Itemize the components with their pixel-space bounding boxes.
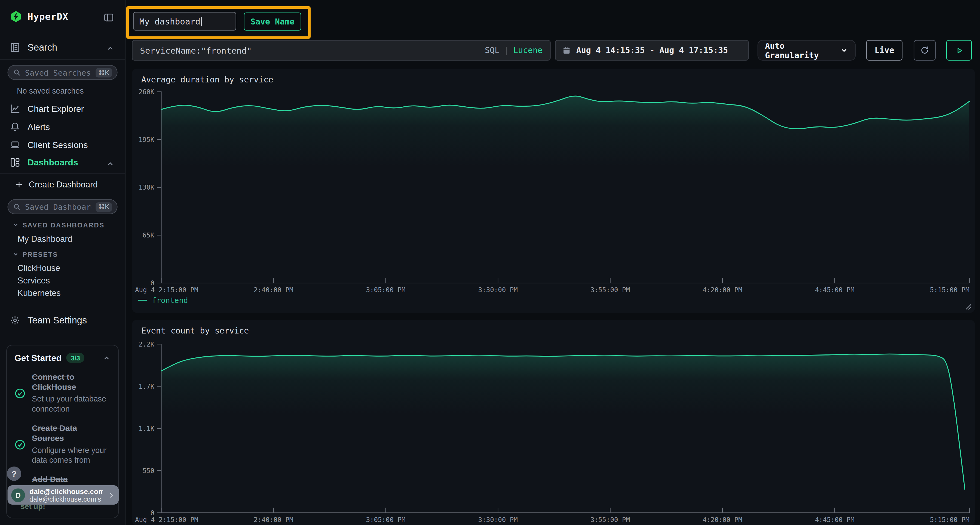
hyperdx-logo-icon [10, 10, 22, 23]
svg-text:3:55:00 PM: 3:55:00 PM [590, 286, 630, 294]
section-saved-dashboards[interactable]: SAVED DASHBOARDS [13, 221, 105, 229]
svg-text:550: 550 [143, 467, 154, 475]
sidebar-item-my-dashboard[interactable]: My Dashboard [18, 234, 72, 243]
language-separator: | [504, 46, 509, 55]
sidebar-item-services[interactable]: Services [18, 276, 50, 285]
chevron-up-icon[interactable] [106, 160, 115, 168]
saved-searches-input[interactable]: Saved Searches ⌘K [8, 65, 118, 80]
calendar-icon [562, 46, 571, 54]
search-icon [13, 69, 21, 76]
sidebar-item-team-settings[interactable]: Team Settings [10, 315, 87, 325]
chevron-down-icon [840, 46, 848, 54]
text-cursor [201, 17, 202, 26]
chevron-right-icon [108, 491, 115, 499]
app-logo[interactable]: HyperDX [10, 10, 68, 23]
save-name-button[interactable]: Save Name [243, 13, 301, 31]
sidebar-item-alerts[interactable]: Alerts [10, 122, 50, 132]
svg-text:3:30:00 PM: 3:30:00 PM [478, 286, 518, 294]
sidebar-collapse-icon[interactable] [104, 13, 114, 22]
svg-text:1.1K: 1.1K [138, 425, 154, 433]
refresh-icon [920, 46, 929, 55]
dashboards-grid-icon [10, 157, 20, 168]
svg-text:3:30:00 PM: 3:30:00 PM [478, 516, 518, 523]
chart-title: Average duration by service [141, 75, 273, 84]
create-dashboard-button[interactable]: Create Dashboard [15, 180, 98, 189]
sidebar: HyperDX Search Saved Searches [0, 0, 126, 525]
svg-text:5:15:00 PM: 5:15:00 PM [930, 516, 969, 523]
event-count-chart[interactable]: 05501.1K1.7K2.2KAug 4 2:15:00 PM2:40:00 … [132, 320, 975, 525]
svg-text:0: 0 [151, 509, 154, 517]
chart-panel-avg-duration: Average duration by service 065K130K195K… [132, 69, 975, 313]
get-started-step[interactable]: Create Data Sources Configure where your… [14, 423, 111, 465]
section-presets[interactable]: PRESETS [13, 251, 58, 258]
check-circle-icon [14, 388, 25, 399]
sidebar-item-kubernetes[interactable]: Kubernetes [18, 289, 61, 298]
sidebar-item-dashboards[interactable]: Dashboards [10, 157, 78, 168]
search-icon [13, 203, 21, 211]
svg-text:5:15:00 PM: 5:15:00 PM [930, 286, 969, 294]
main-content: My dashboard Save Name ServiceName:"fron… [126, 0, 980, 525]
svg-text:2.2K: 2.2K [138, 341, 154, 348]
divider [0, 59, 125, 60]
gear-icon [10, 315, 20, 325]
date-range-picker[interactable]: Aug 4 14:15:35 - Aug 4 17:15:35 [555, 40, 749, 61]
sidebar-item-client-sessions[interactable]: Client Sessions [10, 140, 88, 150]
refresh-button[interactable] [914, 40, 935, 61]
svg-text:2:40:00 PM: 2:40:00 PM [254, 516, 293, 523]
live-button[interactable]: Live [866, 40, 902, 61]
avg-duration-chart[interactable]: 065K130K195K260KAug 4 2:15:00 PM2:40:00 … [132, 69, 975, 313]
get-started-step[interactable]: Connect to ClickHouse Set up your databa… [14, 372, 111, 414]
legend-item-frontend[interactable]: frontend [138, 296, 188, 305]
chevron-down-icon [13, 251, 19, 257]
user-menu[interactable]: D dale@clickhouse.com dale@clickhouse.co… [8, 485, 119, 504]
user-subtitle: dale@clickhouse.com's [29, 495, 103, 503]
svg-text:1.7K: 1.7K [138, 383, 154, 390]
svg-text:65K: 65K [143, 232, 154, 239]
app-title: HyperDX [27, 11, 68, 22]
get-started-title: Get Started [14, 353, 62, 363]
shortcut-badge: ⌘K [95, 68, 111, 77]
user-email: dale@clickhouse.com [29, 487, 103, 495]
check-circle-icon [14, 439, 25, 450]
dashboard-name-input[interactable]: My dashboard [133, 12, 236, 31]
line-chart-icon [10, 104, 20, 114]
svg-text:3:55:00 PM: 3:55:00 PM [590, 516, 630, 523]
svg-text:0: 0 [151, 279, 154, 287]
legend-line-swatch [138, 300, 147, 301]
help-button[interactable]: ? [7, 466, 21, 481]
resize-handle-icon[interactable] [966, 304, 971, 310]
chevron-up-icon[interactable] [103, 354, 111, 362]
play-icon [955, 46, 963, 55]
no-saved-searches-note: No saved searches [17, 87, 84, 95]
search-query-input[interactable]: ServiceName:"frontend" SQL | Lucene [132, 40, 550, 61]
run-query-button[interactable] [946, 40, 972, 61]
granularity-select[interactable]: Auto Granularity [757, 40, 856, 61]
svg-text:Aug 4 2:15:00 PM: Aug 4 2:15:00 PM [135, 516, 198, 523]
chevron-down-icon [13, 222, 19, 228]
saved-dashboards-input[interactable]: Saved Dashboards ⌘K [8, 199, 118, 214]
sql-toggle[interactable]: SQL [485, 46, 500, 55]
lucene-toggle[interactable]: Lucene [513, 46, 542, 55]
chart-title: Event count by service [141, 326, 249, 335]
laptop-icon [10, 140, 20, 150]
bell-icon [10, 122, 20, 132]
sidebar-item-search[interactable]: Search [10, 42, 57, 52]
sidebar-item-clickhouse[interactable]: ClickHouse [18, 263, 60, 273]
svg-text:195K: 195K [138, 136, 154, 144]
divider [0, 173, 125, 174]
sidebar-item-chart-explorer[interactable]: Chart Explorer [10, 104, 84, 114]
progress-badge: 3/3 [67, 353, 84, 363]
svg-text:4:20:00 PM: 4:20:00 PM [703, 516, 742, 523]
svg-text:2:40:00 PM: 2:40:00 PM [254, 286, 293, 294]
plus-icon [15, 181, 23, 189]
svg-text:4:45:00 PM: 4:45:00 PM [815, 286, 854, 294]
svg-text:Aug 4 2:15:00 PM: Aug 4 2:15:00 PM [135, 286, 198, 294]
chevron-up-icon[interactable] [106, 44, 115, 52]
svg-text:4:45:00 PM: 4:45:00 PM [815, 516, 854, 523]
avatar: D [11, 488, 25, 502]
svg-text:3:05:00 PM: 3:05:00 PM [366, 516, 405, 523]
svg-text:130K: 130K [138, 184, 154, 192]
chart-panel-event-count: Event count by service 05501.1K1.7K2.2KA… [132, 320, 975, 525]
svg-text:4:20:00 PM: 4:20:00 PM [703, 286, 742, 294]
svg-text:260K: 260K [138, 88, 154, 96]
